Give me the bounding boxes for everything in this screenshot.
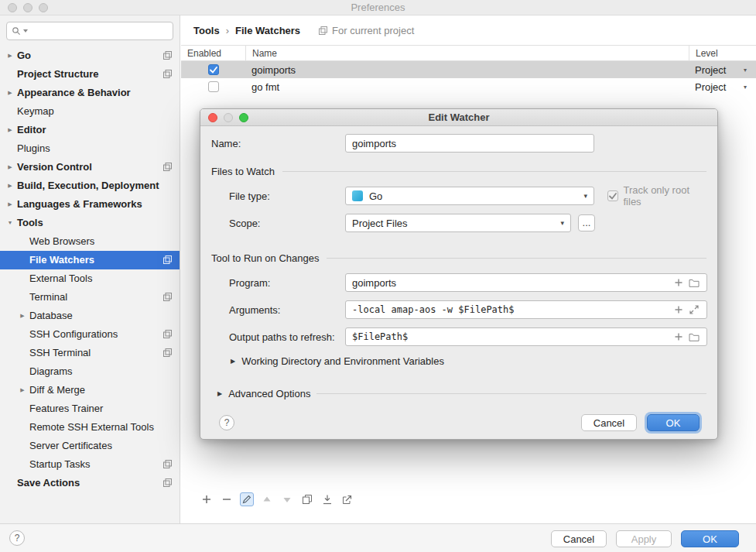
sidebar-item-ssh-configurations[interactable]: SSH Configurations xyxy=(0,325,180,344)
toolbar-export-button[interactable] xyxy=(340,492,354,506)
toolbar-remove-button[interactable] xyxy=(220,492,234,506)
sidebar-item-label: Server Certificates xyxy=(29,440,112,451)
watcher-row[interactable]: goimportsProject▾ xyxy=(181,61,756,78)
disclosure-right-icon[interactable]: ▶ xyxy=(6,46,14,65)
sidebar-item-save-actions[interactable]: Save Actions xyxy=(0,474,180,492)
watcher-row[interactable]: go fmtProject▾ xyxy=(181,78,756,95)
level-select[interactable]: Project▾ xyxy=(689,64,756,76)
browse-folder-icon[interactable] xyxy=(688,331,700,343)
sidebar-item-languages-frameworks[interactable]: ▶Languages & Frameworks xyxy=(0,195,180,214)
sidebar-item-features-trainer[interactable]: Features Trainer xyxy=(0,399,180,418)
disclosure-right-icon[interactable]: ▶ xyxy=(6,177,14,195)
dialog-zoom-button[interactable] xyxy=(239,113,248,122)
enabled-checkbox[interactable] xyxy=(208,64,219,75)
disclosure-right-icon[interactable]: ▶ xyxy=(19,381,26,399)
disclosure-right-icon[interactable]: ▶ xyxy=(19,307,26,325)
level-value: Project xyxy=(695,64,726,76)
disclosure-right-icon: ▶ xyxy=(217,390,222,397)
toolbar-duplicate-button[interactable] xyxy=(300,492,314,506)
disclosure-right-icon[interactable]: ▶ xyxy=(6,195,14,214)
cancel-button[interactable]: Cancel xyxy=(551,530,607,547)
scope-combobox[interactable]: Project Files ▾ xyxy=(345,214,571,232)
watchers-table-header: Enabled Name Level xyxy=(181,45,756,61)
sidebar-item-ssh-terminal[interactable]: SSH Terminal xyxy=(0,344,180,362)
sidebar-item-database[interactable]: ▶Database xyxy=(0,307,180,325)
sidebar-item-tools[interactable]: ▼Tools xyxy=(0,214,180,232)
program-input[interactable]: goimports xyxy=(345,273,707,292)
sidebar-item-editor[interactable]: ▶Editor xyxy=(0,121,180,139)
name-input[interactable]: goimports xyxy=(345,134,594,153)
enabled-checkbox[interactable] xyxy=(208,81,219,92)
insert-macro-icon[interactable] xyxy=(672,303,685,316)
sidebar-item-external-tools[interactable]: External Tools xyxy=(0,269,180,288)
project-settings-icon xyxy=(163,460,172,468)
output-paths-input[interactable]: $FilePath$ xyxy=(345,327,707,346)
sidebar-item-server-certificates[interactable]: Server Certificates xyxy=(0,437,180,455)
disclosure-right-icon[interactable]: ▶ xyxy=(6,84,14,102)
dialog-body: Name: goimports Files to Watch File type… xyxy=(200,126,717,439)
project-settings-icon xyxy=(319,26,327,35)
toolbar-import-button[interactable] xyxy=(320,492,334,506)
sidebar-item-startup-tasks[interactable]: Startup Tasks xyxy=(0,455,180,474)
browse-scope-button[interactable]: ... xyxy=(578,214,595,231)
sidebar-item-project-structure[interactable]: Project Structure xyxy=(0,65,180,84)
browse-folder-icon[interactable] xyxy=(688,276,700,289)
sidebar-item-plugins[interactable]: Plugins xyxy=(0,139,180,158)
toolbar-add-button[interactable] xyxy=(200,492,214,506)
level-select[interactable]: Project▾ xyxy=(689,81,756,93)
tool-to-run-title: Tool to Run on Changes xyxy=(211,252,319,264)
toolbar-edit-button[interactable] xyxy=(240,492,254,506)
dialog-help-button[interactable]: ? xyxy=(219,415,234,430)
disclosure-right-icon[interactable]: ▶ xyxy=(6,158,14,177)
disclosure-right-icon[interactable]: ▶ xyxy=(6,121,14,139)
toolbar-move-up-button[interactable] xyxy=(260,492,274,506)
sidebar-item-web-browsers[interactable]: Web Browsers xyxy=(0,232,180,251)
sidebar-item-appearance-behavior[interactable]: ▶Appearance & Behavior xyxy=(0,84,180,102)
watcher-name-cell: goimports xyxy=(245,64,689,76)
track-only-root-files-checkbox[interactable]: Track only root files xyxy=(607,184,706,207)
sidebar-item-version-control[interactable]: ▶Version Control xyxy=(0,158,180,177)
breadcrumb-tools[interactable]: Tools xyxy=(193,25,220,36)
disclosure-down-icon[interactable]: ▼ xyxy=(6,214,14,232)
chevron-down-icon: ▾ xyxy=(560,219,564,227)
arguments-input[interactable]: -local amap-aos -w $FilePath$ xyxy=(345,300,707,319)
ok-button[interactable]: OK xyxy=(681,530,739,547)
dialog-window-controls xyxy=(208,113,248,122)
toolbar-move-down-button[interactable] xyxy=(280,492,294,506)
section-rule xyxy=(316,393,706,394)
sidebar-item-diff-merge[interactable]: ▶Diff & Merge xyxy=(0,381,180,399)
watchers-table-body: goimportsProject▾go fmtProject▾ xyxy=(181,61,756,95)
sidebar-item-keymap[interactable]: Keymap xyxy=(0,102,180,121)
settings-search-field[interactable] xyxy=(6,22,173,40)
program-label: Program: xyxy=(229,277,270,289)
scope-value: Project Files xyxy=(352,218,408,229)
sidebar-item-remote-ssh-external-tools[interactable]: Remote SSH External Tools xyxy=(0,418,180,437)
file-type-label: File type: xyxy=(229,190,270,202)
edit-watcher-dialog: Edit Watcher Name: goimports Files to Wa… xyxy=(200,108,718,440)
insert-macro-icon[interactable] xyxy=(672,276,685,289)
sidebar-item-go[interactable]: ▶Go xyxy=(0,46,180,65)
dialog-ok-button[interactable]: OK xyxy=(647,414,700,431)
dialog-cancel-button[interactable]: Cancel xyxy=(581,414,637,431)
sidebar-item-build-execution-deployment[interactable]: ▶Build, Execution, Deployment xyxy=(0,177,180,195)
sidebar-tree: ▶GoProject Structure▶Appearance & Behavi… xyxy=(0,46,180,492)
insert-macro-icon[interactable] xyxy=(672,331,685,343)
sidebar-item-label: Appearance & Behavior xyxy=(17,87,131,98)
file-type-combobox[interactable]: Go ▾ xyxy=(345,187,594,205)
advanced-options-toggle[interactable]: ▶ Advanced Options xyxy=(217,386,706,400)
dialog-close-button[interactable] xyxy=(208,113,217,122)
chevron-down-icon: ▾ xyxy=(744,67,747,74)
sidebar-item-label: Keymap xyxy=(17,105,54,117)
preferences-window: Preferences ▶GoProject Structure▶Appeara… xyxy=(0,0,756,552)
apply-button[interactable]: Apply xyxy=(616,530,672,547)
sidebar-item-label: Go xyxy=(17,50,31,61)
sidebar-item-terminal[interactable]: Terminal xyxy=(0,288,180,307)
expand-editor-icon[interactable] xyxy=(688,303,700,316)
sidebar-item-diagrams[interactable]: Diagrams xyxy=(0,362,180,381)
search-options-chevron-icon[interactable] xyxy=(23,29,28,33)
help-button[interactable]: ? xyxy=(9,530,25,546)
breadcrumb-file-watchers[interactable]: File Watchers xyxy=(235,25,300,36)
working-directory-toggle[interactable]: ▶ Working Directory and Environment Vari… xyxy=(231,354,444,368)
project-settings-icon xyxy=(163,293,172,301)
sidebar-item-file-watchers[interactable]: File Watchers xyxy=(0,251,180,269)
